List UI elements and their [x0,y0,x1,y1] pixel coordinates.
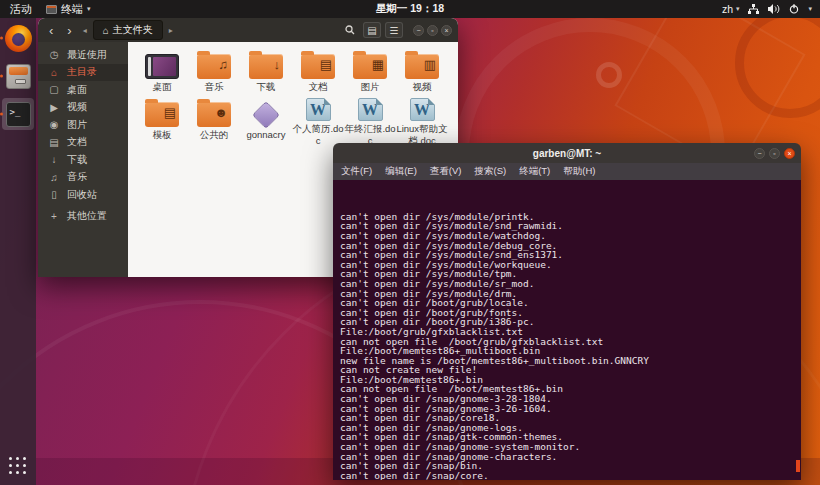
desktop-icon [145,54,179,79]
file-item[interactable]: 桌面 [136,50,188,98]
clock-icon: ◷ [48,49,60,60]
close-button[interactable]: × [784,148,795,159]
folder-icon: ▤ [145,102,179,127]
back-button[interactable]: ‹ [44,24,58,37]
show-applications-button[interactable] [6,454,30,478]
file-item[interactable]: ↓下载 [240,50,292,98]
sidebar-item-label: 音乐 [67,170,87,184]
firefox-icon [5,25,32,52]
sidebar-item-camera[interactable]: ◉图片 [38,116,128,134]
file-item[interactable]: ☻公共的 [188,98,240,146]
network-icon[interactable] [748,4,759,14]
keyboard-layout-label: zh [722,3,733,15]
sidebar-item-label: 最近使用 [67,48,107,62]
dock-item-firefox[interactable] [2,22,34,54]
folder-emblem-icon: ♫ [218,57,228,74]
app-menu-button[interactable]: 终端 ▾ [46,2,91,17]
folder-icon: ☻ [197,102,231,127]
terminal-scrollbar[interactable] [796,460,800,472]
app-menu-label: 终端 [61,2,83,17]
path-scroll-left-icon[interactable]: ◂ [81,26,89,35]
dock-item-files[interactable] [2,60,34,92]
file-item[interactable]: ▤模板 [136,98,188,146]
search-button[interactable] [341,22,359,38]
keyboard-layout-indicator[interactable]: zh ▾ [722,3,740,15]
activities-button[interactable]: 活动 [10,2,32,17]
path-button-home[interactable]: ⌂ 主文件夹 [93,20,163,40]
terminal-window: garben@MT: ~ − ▫ × 文件(F)编辑(E)查看(V)搜索(S)终… [333,143,801,480]
maximize-button[interactable]: ▫ [769,148,780,159]
other-locations-icon: + [48,211,60,222]
folder-emblem-icon: ☻ [214,105,228,122]
sidebar-item-trash[interactable]: ▯回收站 [38,186,128,204]
menu-file[interactable]: 文件(F) [341,165,372,178]
close-button[interactable]: × [441,25,452,36]
word-document-icon: W [306,98,331,121]
word-doc-letter: W [310,101,326,119]
file-item[interactable]: ▤文档 [292,50,344,98]
folder-emblem-icon: ↓ [274,57,281,74]
chevron-down-icon[interactable]: ▾ [808,5,812,13]
sidebar-item-home[interactable]: ⌂主目录 [38,64,128,82]
word-document-icon: W [410,98,435,121]
file-item[interactable]: gonnacry [240,98,292,146]
files-icon [6,64,31,89]
sidebar-item-document[interactable]: ▤文档 [38,134,128,152]
sidebar-item-label: 桌面 [67,83,87,97]
terminal-window-icon [46,5,57,14]
menu-terminal[interactable]: 终端(T) [519,165,550,178]
sidebar-item-other-locations[interactable]: +其他位置 [38,208,128,226]
home-icon: ⌂ [48,67,60,78]
file-item[interactable]: WLinux帮助文档.doc [396,98,448,146]
terminal-title: garben@MT: ~ [533,148,601,159]
minimize-button[interactable]: − [754,148,765,159]
sidebar-item-clock[interactable]: ◷最近使用 [38,46,128,64]
menu-help[interactable]: 帮助(H) [563,165,595,178]
file-item-label: 下载 [239,81,293,92]
view-toggle-button[interactable]: ▤ [363,22,381,38]
volume-icon[interactable] [768,4,780,14]
folder-emblem-icon: ▤ [164,105,176,122]
path-button-label: 主文件夹 [113,23,153,37]
power-icon[interactable] [789,4,799,14]
dock: >_ [0,18,36,485]
terminal-titlebar[interactable]: garben@MT: ~ − ▫ × [333,143,801,163]
camera-icon: ◉ [48,119,60,130]
sidebar-item-label: 图片 [67,118,87,132]
minimize-button[interactable]: − [413,25,424,36]
word-document-icon: W [358,98,383,121]
home-icon: ⌂ [103,25,109,36]
dock-item-terminal[interactable]: >_ [2,98,34,130]
video-icon: ▶ [48,102,60,113]
file-item[interactable]: ♫音乐 [188,50,240,98]
word-doc-letter: W [362,101,378,119]
sidebar-item-video[interactable]: ▶视频 [38,99,128,117]
sidebar-item-desktop-folder[interactable]: ▢桌面 [38,81,128,99]
clock[interactable]: 星期一 19：18 [376,2,444,16]
terminal-screen[interactable]: can't open dir /sys/module/printk.can't … [333,180,801,480]
desktop-folder-icon: ▢ [48,84,60,95]
sidebar-item-label: 下载 [67,153,87,167]
menu-search[interactable]: 搜索(S) [474,165,506,178]
folder-emblem-icon: ▥ [424,57,436,74]
file-item-label: 模板 [135,129,189,140]
file-item-label: 文档 [291,81,345,92]
menu-view[interactable]: 查看(V) [430,165,462,178]
forward-button[interactable]: › [62,24,76,37]
folder-icon: ♫ [197,54,231,79]
sidebar-item-label: 其他位置 [67,209,107,223]
file-item[interactable]: W个人简历.doc [292,98,344,146]
file-item[interactable]: W年终汇报.doc [344,98,396,146]
menu-edit[interactable]: 编辑(E) [385,165,417,178]
path-scroll-right-icon[interactable]: ▸ [167,26,175,35]
music-icon: ♫ [48,172,60,183]
folder-icon: ▥ [405,54,439,79]
maximize-button[interactable]: ▫ [427,25,438,36]
sidebar-item-label: 视频 [67,100,87,114]
menu-button[interactable]: ☰ [385,22,403,38]
folder-icon: ▤ [301,54,335,79]
sidebar-item-music[interactable]: ♫音乐 [38,169,128,187]
sidebar-item-download[interactable]: ↓下载 [38,151,128,169]
file-item[interactable]: ▦图片 [344,50,396,98]
file-item[interactable]: ▥视频 [396,50,448,98]
